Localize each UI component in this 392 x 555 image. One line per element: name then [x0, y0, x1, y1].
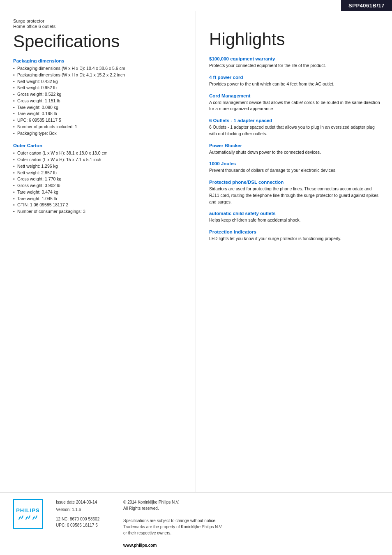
footer-legal1: Specifications are subject to change wit…	[123, 518, 223, 524]
model-badge: SPP4061B/17	[341, 0, 392, 11]
logo-box: PHILIPS	[13, 499, 43, 529]
version-label: Version:	[56, 507, 72, 512]
header-bar: SPP4061B/17	[0, 0, 392, 11]
spec-section-title-outer-carton: Outer Carton	[13, 143, 186, 148]
logo-wave-1	[18, 515, 24, 520]
highlight-item: 6 Outlets - 1 adapter spaced6 Outlets - …	[209, 118, 382, 137]
nc-value: 12 NC: 8670 000 58602	[56, 516, 113, 522]
highlight-title: Protection indicators	[209, 229, 382, 234]
list-item: Number of consumer packagings: 3	[13, 208, 186, 215]
left-column: Surge protector Home office 6 outlets Sp…	[0, 11, 196, 492]
spec-section-outer-carton: Outer Carton Outer carton (L x W x H): 3…	[13, 143, 186, 215]
footer-copyright: © 2014 Koninklijke Philips N.V.	[123, 499, 223, 505]
list-item: Nett weight: 1.296 kg	[13, 163, 186, 170]
highlight-item: Protected phone/DSL connectionSidactors …	[209, 180, 382, 205]
list-item: Gross weight: 1.151 lb	[13, 98, 186, 104]
highlight-desc: Provides power to the unit which can be …	[209, 81, 382, 88]
highlight-desc: Prevent thousands of dollars of damage t…	[209, 167, 382, 174]
highlight-desc: Helps keep children safe from accidental…	[209, 217, 382, 224]
list-item: Tare weight: 0.198 lb	[13, 111, 186, 117]
product-subtitle: Home office 6 outlets	[13, 24, 186, 29]
specs-title: Specifications	[13, 32, 186, 51]
logo-wave-3	[32, 515, 38, 520]
product-category: Surge protector	[13, 18, 186, 23]
highlight-item: Protection indicatorsLED lights let you …	[209, 229, 382, 242]
highlight-item: 1000 JoulesPrevent thousands of dollars …	[209, 161, 382, 174]
highlight-item: 4 ft power cordProvides power to the uni…	[209, 75, 382, 88]
footer-meta: Issue date 2014-03-14 Version: 1.1.6 12 …	[56, 499, 113, 528]
highlight-desc: 6 Outlets - 1 adapter spaced outlet that…	[209, 124, 382, 137]
list-item: Tare weight: 1.045 lb	[13, 196, 186, 202]
page: SPP4061B/17 Surge protector Home office …	[0, 0, 392, 555]
highlights-title: Highlights	[209, 30, 382, 49]
logo-text: PHILIPS	[16, 507, 40, 514]
highlight-title: Power Blocker	[209, 143, 382, 148]
highlight-desc: LED lights let you know if your surge pr…	[209, 236, 382, 242]
list-item: Nett weight: 2.857 lb	[13, 170, 186, 176]
list-item: Packaging dimensions (W x H x D): 10.4 x…	[13, 65, 186, 72]
footer-legal2: Trademarks are the property of Koninklij…	[123, 524, 223, 530]
highlight-desc: A cord management device that allows the…	[209, 99, 382, 113]
right-column: Highlights $100,000 equipment warrantyPr…	[196, 11, 392, 492]
logo-wave-2	[25, 515, 31, 520]
upc-value: UPC: 6 09585 18117 5	[56, 522, 113, 528]
footer: PHILIPS Issue date 2014-03-14 Version: 1…	[0, 492, 392, 555]
highlight-title: $100,000 equipment warranty	[209, 56, 382, 61]
footer-legal3: or their respective owners.	[123, 530, 223, 536]
highlight-desc: Automatically shuts down power to the co…	[209, 149, 382, 156]
main-content: Surge protector Home office 6 outlets Sp…	[0, 11, 392, 492]
footer-legal: © 2014 Koninklijke Philips N.V. All Righ…	[123, 499, 223, 548]
list-item: Outer carton (L x W x H): 15 x 7.1 x 5.1…	[13, 157, 186, 163]
list-item: Outer carton (L x W x H): 38.1 x 18.0 x …	[13, 150, 186, 157]
highlights-list: $100,000 equipment warrantyProtects your…	[209, 56, 382, 242]
highlight-desc: Sidactors are used for protecting the ph…	[209, 186, 382, 205]
list-item: GTIN: 1 06 09585 18117 2	[13, 202, 186, 208]
list-item: Nett weight: 0.432 kg	[13, 79, 186, 85]
list-item: Tare weight: 0.090 kg	[13, 104, 186, 111]
footer-version: Version: 1.1.6	[56, 506, 113, 513]
footer-rights: All Rights reserved.	[123, 505, 223, 511]
spec-list-outer-carton: Outer carton (L x W x H): 38.1 x 18.0 x …	[13, 150, 186, 215]
list-item: Packaging dimensions (W x H x D): 4.1 x …	[13, 72, 186, 79]
highlight-title: automatic child safety outlets	[209, 211, 382, 216]
list-item: Nett weight: 0.952 lb	[13, 85, 186, 91]
issue-date-label: Issue date	[56, 500, 76, 504]
highlight-item: Power BlockerAutomatically shuts down po…	[209, 143, 382, 156]
highlight-title: 4 ft power cord	[209, 75, 382, 80]
highlight-item: $100,000 equipment warrantyProtects your…	[209, 56, 382, 69]
spec-section-packaging: Packaging dimensions Packaging dimension…	[13, 58, 186, 136]
footer-issue-date: Issue date 2014-03-14	[56, 499, 113, 505]
list-item: Gross weight: 0.522 kg	[13, 91, 186, 98]
logo-waves	[18, 515, 38, 520]
footer-nc: 12 NC: 8670 000 58602 UPC: 6 09585 18117…	[56, 516, 113, 528]
footer-website: www.philips.com	[123, 542, 223, 548]
list-item: Gross weight: 1.770 kg	[13, 176, 186, 183]
list-item: Packaging type: Box	[13, 130, 186, 137]
highlight-title: 6 Outlets - 1 adapter spaced	[209, 118, 382, 123]
issue-date-value: 2014-03-14	[76, 500, 97, 504]
highlight-item: Cord ManagementA cord management device …	[209, 93, 382, 113]
list-item: UPC: 6 09585 18117 5	[13, 117, 186, 124]
spec-section-title-packaging: Packaging dimensions	[13, 58, 186, 63]
highlight-title: 1000 Joules	[209, 161, 382, 166]
list-item: Number of products included: 1	[13, 124, 186, 130]
highlight-title: Cord Management	[209, 93, 382, 98]
list-item: Tare weight: 0.474 kg	[13, 189, 186, 196]
highlight-title: Protected phone/DSL connection	[209, 180, 382, 185]
highlight-item: automatic child safety outletsHelps keep…	[209, 211, 382, 224]
list-item: Gross weight: 3.902 lb	[13, 183, 186, 189]
version-value: 1.1.6	[72, 507, 81, 512]
highlight-desc: Protects your connected equipment for th…	[209, 62, 382, 69]
philips-logo: PHILIPS	[13, 499, 46, 529]
spec-list-packaging: Packaging dimensions (W x H x D): 10.4 x…	[13, 65, 186, 136]
